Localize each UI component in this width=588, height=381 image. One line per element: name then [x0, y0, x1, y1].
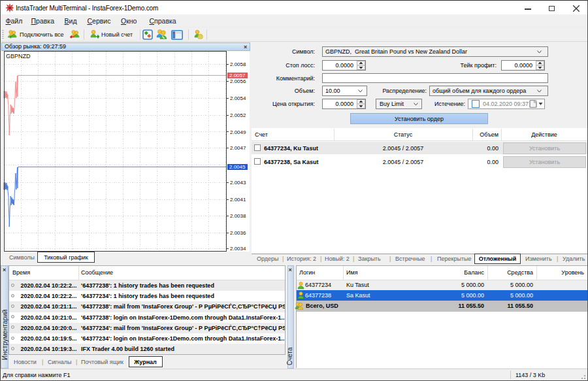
svg-text:2.0041: 2.0041	[230, 197, 246, 203]
svg-text:GBPNZD: GBPNZD	[6, 53, 31, 59]
svg-text:2.0049: 2.0049	[230, 129, 246, 135]
svg-text:2.0058: 2.0058	[230, 61, 246, 67]
svg-text:2.0052: 2.0052	[230, 112, 246, 118]
svg-text:2.0034: 2.0034	[230, 246, 246, 252]
svg-text:2.0047: 2.0047	[230, 145, 246, 151]
svg-text:2.0057: 2.0057	[229, 73, 246, 78]
svg-text:2.0043: 2.0043	[230, 180, 246, 186]
svg-text:2.0038: 2.0038	[230, 213, 246, 219]
svg-text:2.0056: 2.0056	[230, 78, 246, 84]
svg-text:2.0036: 2.0036	[230, 230, 246, 236]
svg-text:2.0054: 2.0054	[230, 95, 246, 101]
svg-text:2.0045: 2.0045	[229, 164, 246, 170]
